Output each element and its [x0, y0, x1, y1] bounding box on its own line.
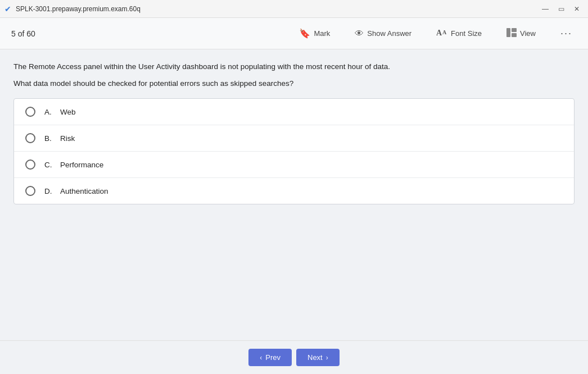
- font-size-button[interactable]: A A Font Size: [432, 26, 486, 42]
- option-radio-3: [25, 186, 35, 196]
- font-icon: A A: [436, 28, 447, 39]
- mark-label: Mark: [314, 29, 330, 38]
- view-label: View: [520, 29, 536, 38]
- toolbar-actions: 🔖 Mark 👁 Show Answer A A Font Size: [295, 25, 577, 42]
- next-label: Next: [307, 353, 323, 362]
- svg-text:A: A: [442, 29, 447, 35]
- svg-rect-3: [512, 28, 517, 32]
- next-arrow-icon: ›: [326, 354, 328, 362]
- question-text-2: What data model should be checked for po…: [13, 77, 575, 90]
- window-controls[interactable]: — ▭ ✕: [539, 2, 584, 16]
- close-button[interactable]: ✕: [570, 2, 584, 16]
- option-row-d[interactable]: D.Authentication: [14, 178, 574, 204]
- option-row-c[interactable]: C.Performance: [14, 152, 574, 178]
- main-content: The Remote Access panel within the User …: [0, 49, 588, 340]
- view-button[interactable]: View: [502, 26, 540, 42]
- option-letter-2: C.: [44, 161, 53, 169]
- option-text-1: Risk: [60, 134, 75, 143]
- view-icon: [506, 28, 517, 39]
- maximize-button[interactable]: ▭: [554, 2, 568, 16]
- option-letter-3: D.: [44, 187, 53, 195]
- question-count: 5 of 60: [11, 29, 35, 38]
- bookmark-icon: 🔖: [299, 28, 310, 39]
- svg-rect-2: [506, 28, 510, 37]
- font-size-label: Font Size: [451, 29, 482, 38]
- more-button[interactable]: ···: [556, 25, 577, 42]
- show-answer-label: Show Answer: [367, 29, 411, 38]
- options-container: A.WebB.RiskC.PerformanceD.Authentication: [13, 98, 575, 204]
- mark-button[interactable]: 🔖 Mark: [295, 26, 334, 41]
- svg-rect-4: [512, 33, 517, 37]
- next-button[interactable]: Next ›: [296, 349, 340, 366]
- prev-arrow-icon: ‹: [260, 354, 262, 362]
- minimize-button[interactable]: —: [539, 2, 552, 16]
- title-bar-left: ✔ SPLK-3001.prepaway.premium.exam.60q: [4, 4, 141, 13]
- option-text-2: Performance: [60, 161, 103, 169]
- question-text-1: The Remote Access panel within the User …: [13, 61, 575, 73]
- show-answer-button[interactable]: 👁 Show Answer: [350, 26, 416, 41]
- option-row-a[interactable]: A.Web: [14, 99, 574, 125]
- option-text-3: Authentication: [60, 187, 108, 195]
- bottom-nav: ‹ Prev Next ›: [0, 340, 588, 374]
- title-bar: ✔ SPLK-3001.prepaway.premium.exam.60q — …: [0, 0, 588, 18]
- svg-text:A: A: [436, 29, 442, 37]
- option-letter-0: A.: [44, 108, 53, 116]
- window-title: SPLK-3001.prepaway.premium.exam.60q: [16, 5, 141, 13]
- option-radio-1: [25, 133, 35, 143]
- option-radio-0: [25, 107, 35, 117]
- prev-button[interactable]: ‹ Prev: [248, 349, 292, 366]
- option-radio-2: [25, 159, 35, 170]
- option-letter-1: B.: [44, 134, 53, 143]
- option-text-0: Web: [60, 108, 76, 116]
- option-row-b[interactable]: B.Risk: [14, 125, 574, 152]
- prev-label: Prev: [265, 353, 281, 362]
- app-icon: ✔: [4, 4, 11, 13]
- eye-icon: 👁: [355, 29, 364, 39]
- toolbar: 5 of 60 🔖 Mark 👁 Show Answer A A Font Si…: [0, 18, 588, 49]
